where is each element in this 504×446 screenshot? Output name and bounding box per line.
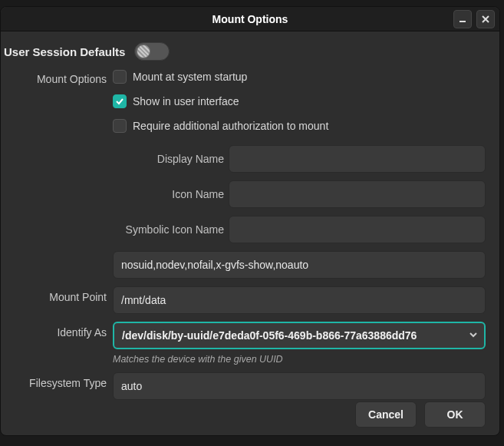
session-defaults-row: User Session Defaults <box>1 42 492 61</box>
mount-options-string-input[interactable] <box>113 251 486 279</box>
mount-options-dialog: Mount Options User Session Defaults Moun… <box>0 6 500 436</box>
symbolic-icon-label: Symbolic Icon Name <box>113 223 224 236</box>
toggle-knob <box>137 45 150 58</box>
dialog-content: User Session Defaults Mount Options Moun… <box>1 31 499 435</box>
identify-as-value: /dev/disk/by-uuid/e7deda0f-05f6-469b-b86… <box>122 329 417 342</box>
checkbox-group: Mount at system startup Show in user int… <box>113 68 486 133</box>
mount-options-string-row <box>113 251 486 279</box>
fs-type-row <box>113 372 486 400</box>
checkbox-label: Mount at system startup <box>133 71 247 83</box>
checkbox-mount-startup[interactable]: Mount at system startup <box>113 70 486 84</box>
close-button[interactable] <box>476 10 495 28</box>
fs-type-input[interactable] <box>113 372 486 400</box>
chevron-down-icon <box>469 329 478 342</box>
identify-as-hint: Matches the device with the given UUID <box>113 354 486 365</box>
cancel-label: Cancel <box>368 408 404 421</box>
icon-name-input[interactable] <box>229 180 486 208</box>
checkbox-show-ui[interactable]: Show in user interface <box>113 94 486 108</box>
form-grid: Mount Options Mount at system startup Sh… <box>1 68 492 400</box>
checkbox-box <box>113 70 127 84</box>
checkbox-label: Require additional authorization to moun… <box>133 120 328 132</box>
mount-point-row <box>113 286 486 314</box>
mount-options-column: Mount at system startup Show in user int… <box>113 68 486 243</box>
display-name-input[interactable] <box>229 145 486 173</box>
fs-type-label: Filesystem Type <box>1 372 108 389</box>
ok-button[interactable]: OK <box>424 401 486 428</box>
icon-name-label: Icon Name <box>113 188 224 200</box>
titlebar: Mount Options <box>1 7 499 31</box>
window-title: Mount Options <box>1 13 499 25</box>
checkbox-box <box>113 119 127 133</box>
identify-as-label: Identify As <box>1 322 108 339</box>
identify-as-row: /dev/disk/by-uuid/e7deda0f-05f6-469b-b86… <box>113 322 486 365</box>
mount-point-input[interactable] <box>113 286 486 314</box>
cancel-button[interactable]: Cancel <box>355 401 417 428</box>
checkbox-label: Show in user interface <box>133 95 239 107</box>
spacer <box>1 251 108 256</box>
checkbox-require-auth[interactable]: Require additional authorization to moun… <box>113 119 486 133</box>
identify-as-select-wrap: /dev/disk/by-uuid/e7deda0f-05f6-469b-b86… <box>113 322 486 349</box>
button-row: Cancel OK <box>1 401 492 428</box>
mount-point-label: Mount Point <box>1 286 108 303</box>
minimize-icon <box>458 15 467 24</box>
name-fields: Display Name Icon Name Symbolic Icon Nam… <box>113 145 486 243</box>
identify-as-select[interactable]: /dev/disk/by-uuid/e7deda0f-05f6-469b-b86… <box>113 322 486 349</box>
minimize-button[interactable] <box>453 10 472 28</box>
session-defaults-toggle[interactable] <box>134 42 170 61</box>
close-icon <box>481 15 490 24</box>
ok-label: OK <box>447 408 463 421</box>
symbolic-icon-input[interactable] <box>229 216 486 243</box>
window-controls <box>453 10 495 28</box>
svg-rect-0 <box>460 21 466 22</box>
check-icon <box>115 97 124 106</box>
mount-options-label: Mount Options <box>1 68 108 85</box>
checkbox-box <box>113 94 127 108</box>
display-name-label: Display Name <box>113 153 224 165</box>
session-defaults-label: User Session Defaults <box>4 45 125 58</box>
